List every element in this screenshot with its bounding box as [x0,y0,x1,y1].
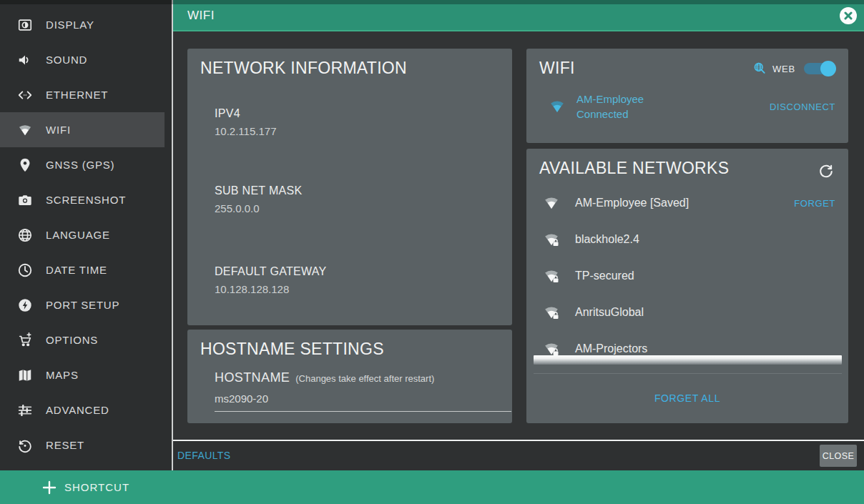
sidebar-divider [172,0,173,470]
close-button[interactable]: CLOSE [820,445,857,467]
sidebar-item-datetime[interactable]: DATE TIME [0,252,173,287]
network-name: AnritsuGlobal [575,306,644,319]
available-networks-panel: AVAILABLE NETWORKS AM-Employee [Saved] F… [526,149,848,423]
wifi-lock-icon [542,267,561,285]
gateway-field: DEFAULT GATEWAY 10.128.128.128 [215,265,327,295]
close-icon[interactable] [840,7,857,24]
field-label: DEFAULT GATEWAY [215,265,327,278]
sidebar-item-label: SCREENSHOT [46,194,126,206]
network-row[interactable]: AnritsuGlobal [542,302,835,323]
sidebar-item-maps[interactable]: MAPS [0,357,173,392]
divider [534,373,842,374]
web-label: WEB [772,64,795,74]
map-icon [17,367,33,383]
sidebar-item-label: ETHERNET [46,89,108,101]
cart-plus-icon [17,332,33,348]
sidebar-item-label: MAPS [46,369,79,381]
dialog-content: NETWORK INFORMATION IPV4 10.2.115.177 SU… [173,33,864,440]
refresh-icon[interactable] [818,163,834,179]
hostname-label: HOSTNAME [215,370,290,385]
hostname-settings-panel: HOSTNAME SETTINGS HOSTNAME (Changes take… [187,330,512,423]
defaults-button[interactable]: DEFAULTS [177,450,231,461]
connected-network-name: AM-Employee [576,93,644,105]
sidebar-item-sound[interactable]: SOUND [0,42,173,77]
subnet-field: SUB NET MASK 255.0.0.0 [215,184,302,214]
sidebar-item-gnss[interactable]: GNSS (GPS) [0,147,173,182]
sidebar-item-ethernet[interactable]: ETHERNET [0,77,173,112]
reset-arrow-icon [17,438,33,453]
sidebar-item-label: SOUND [46,54,87,66]
sidebar-item-portsetup[interactable]: PORT SETUP [0,287,173,322]
wifi-panel: WIFI WEB AM-Employee Connected [526,49,848,143]
gps-pin-icon [17,157,33,173]
dialog-title: WIFI [187,9,215,23]
sidebar-item-wifi[interactable]: WIFI [0,112,165,147]
shortcut-bar[interactable]: SHORTCUT [0,470,864,504]
sliders-icon [17,402,33,418]
panel-title: WIFI [539,59,575,78]
forget-button[interactable]: FORGET [794,198,835,209]
globe-icon [17,227,33,243]
sound-icon [17,52,33,68]
settings-screen: DISPLAY SOUND ETHERNET [0,0,864,504]
wifi-signal-icon [542,194,561,212]
sidebar-item-screenshot[interactable]: SCREENSHOT [0,182,173,217]
sidebar-item-label: ADVANCED [46,404,109,416]
sidebar-item-reset[interactable]: RESET [0,428,173,463]
network-row[interactable]: blackhole2.4 [542,229,835,250]
sidebar-item-options[interactable]: OPTIONS [0,322,173,357]
plus-icon [42,480,57,495]
panel-title: NETWORK INFORMATION [200,59,407,78]
camera-icon [17,192,33,208]
field-label: IPV4 [215,107,276,120]
forget-all-button[interactable]: FORGET ALL [526,392,848,404]
network-name: AM-Employee [Saved] [575,197,689,209]
ipv4-field: IPV4 10.2.115.177 [215,107,276,137]
network-row[interactable]: AM-Employee [Saved] FORGET [542,192,835,214]
hostname-note: (Changes take effect after restart) [295,373,434,384]
connected-network-text: AM-Employee Connected [576,93,644,120]
sidebar-item-label: OPTIONS [46,334,98,346]
sidebar-item-label: DATE TIME [46,264,107,276]
field-value: 255.0.0.0 [215,202,302,214]
field-value: 10.128.128.128 [215,283,327,295]
wifi-lock-icon [542,231,561,248]
scrollbar[interactable] [534,355,842,365]
toggle-knob [820,61,836,76]
hostname-input[interactable]: ms2090-20 [215,392,511,412]
sidebar-item-label: WIFI [46,124,71,136]
shortcut-label: SHORTCUT [64,481,129,493]
sidebar-item-language[interactable]: LANGUAGE [0,217,173,252]
field-label: SUB NET MASK [215,184,302,197]
disconnect-button[interactable]: DISCONNECT [770,102,835,112]
field-value: 10.2.115.177 [215,125,276,137]
web-search-icon [752,61,767,76]
sidebar-item-label: RESET [46,439,84,451]
panel-title: AVAILABLE NETWORKS [539,159,729,178]
dialog-footer: DEFAULTS CLOSE [173,440,864,470]
web-toggle[interactable] [804,63,835,74]
ethernet-icon [17,87,33,103]
power-bolt-icon [17,297,33,313]
dialog-header: WIFI [173,0,864,31]
network-name: AM-Projectors [575,342,647,355]
display-icon [17,17,33,33]
connected-network-row[interactable]: AM-Employee Connected DISCONNECT [548,93,835,120]
connected-network-status: Connected [576,108,644,120]
wifi-connected-icon [548,98,566,115]
network-name: TP-secured [575,270,634,282]
network-name: blackhole2.4 [575,233,639,246]
wifi-lock-icon [542,304,561,321]
settings-sidebar: DISPLAY SOUND ETHERNET [0,0,173,470]
sidebar-item-label: PORT SETUP [46,299,119,311]
sidebar-item-display[interactable]: DISPLAY [0,7,173,42]
web-toggle-group: WEB [752,61,835,76]
network-row[interactable]: TP-secured [542,265,835,287]
hostname-label-row: HOSTNAME (Changes take effect after rest… [215,370,434,385]
network-information-panel: NETWORK INFORMATION IPV4 10.2.115.177 SU… [187,49,512,325]
sidebar-item-advanced[interactable]: ADVANCED [0,392,173,428]
panel-title: HOSTNAME SETTINGS [200,340,384,359]
clock-icon [17,262,33,278]
sidebar-item-label: GNSS (GPS) [46,159,114,171]
sidebar-item-label: LANGUAGE [46,229,110,241]
